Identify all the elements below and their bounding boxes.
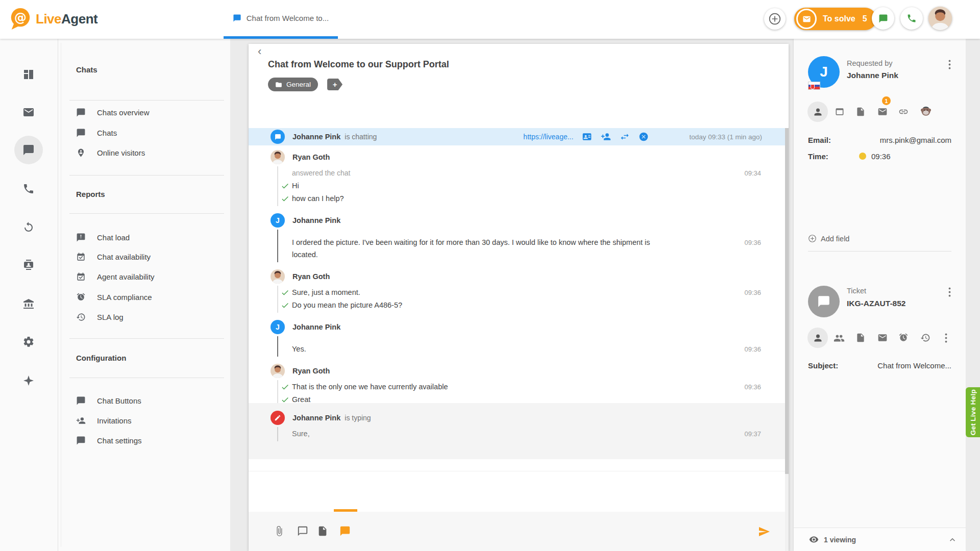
sidebar-item-sla-compliance[interactable]: SLA compliance [76,291,152,303]
sidebar-item-chat-buttons[interactable]: Chat Buttons [76,394,141,407]
chat-message-line: I ordered the picture. I've been waiting… [278,230,762,261]
sidebar-section-chats: Chats [76,65,97,74]
message-author: Johanne Pink [292,323,340,331]
chevron-up-icon[interactable] [947,535,958,545]
message-time: 09:36 [744,287,761,299]
chat-scrollbar-thumb[interactable] [785,128,789,474]
chat-message-line: Great [278,393,762,403]
sidebar-item-agent-availability[interactable]: Agent availability [76,270,155,283]
nav-addons-icon[interactable] [14,366,43,395]
sidebar-item-chats[interactable]: Chats [76,127,117,139]
subject-label: Subject: [808,361,838,370]
ticket-menu-icon[interactable] [945,286,954,298]
sidebar-item-invitations[interactable]: Invitations [76,414,132,427]
timezone-sun-icon [859,153,866,160]
send-button[interactable] [758,525,769,537]
calls-button[interactable] [900,7,923,30]
message-group: Ryan Goth That is the only one we have c… [249,359,785,403]
chat-alert-icon [76,233,86,242]
chat-start-time: today 09:33 (1 min ago) [689,133,762,141]
add-field-button[interactable]: Add field [808,234,849,243]
nav-chats-icon[interactable] [14,136,43,164]
sidebar-item-label: Agent availability [97,272,155,281]
ticket-tab-more-icon[interactable] [941,332,950,344]
agent-avatar [271,150,285,164]
ticket-tab-contact[interactable] [807,328,828,348]
internal-note-icon[interactable] [297,525,308,537]
reply-input[interactable] [249,459,785,512]
viewing-bar: 1 viewing [794,528,966,551]
ticket-label: Ticket [847,287,866,295]
time-value: 09:36 [871,152,891,161]
nav-calls-icon[interactable] [14,174,43,203]
typing-preview-line: Sure, 09:37 [278,428,762,440]
ticket-tab-sla-icon[interactable] [898,333,909,343]
sidebar-item-online-visitors[interactable]: Online visitors [76,146,145,159]
folder-icon [275,81,282,88]
chat-icon [76,436,86,445]
department-tag[interactable]: General [268,78,318,91]
chat-icon [76,128,86,138]
agent-avatar [271,269,285,284]
user-avatar[interactable] [928,7,952,30]
message-time: 09:36 [744,381,761,393]
nav-contacts-icon[interactable] [14,251,43,279]
mailchimp-icon[interactable] [919,105,933,118]
get-live-help-button[interactable]: Get Live Help [966,387,980,437]
message-time: 09:34 [744,167,761,180]
contact-tab-notes-icon[interactable] [855,107,866,117]
history-icon [76,312,86,322]
add-tag-button[interactable]: + [327,79,342,90]
invite-person-icon[interactable] [601,132,611,142]
transfer-chat-icon[interactable] [620,132,630,142]
ticket-tab-mail-icon[interactable] [877,333,888,343]
brand-agent: Agent [61,11,97,27]
end-chat-icon[interactable] [639,132,649,142]
contact-card-icon[interactable] [582,132,592,142]
svg-text:@: @ [14,11,27,25]
get-live-help-label: Get Live Help [969,389,977,435]
canned-message-icon[interactable] [317,525,328,537]
chat-message-line: Yes. 09:36 [278,337,762,356]
agent-avatar [271,364,285,378]
reply-toolbar [249,512,785,551]
sidebar-item-label: Chat availability [97,253,151,261]
add-ticket-button[interactable] [764,8,786,30]
alarm-icon [76,292,86,302]
back-button[interactable]: ‹ [258,45,261,58]
nav-sync-icon[interactable] [14,213,43,242]
ticket-tab-notes-icon[interactable] [855,333,866,343]
contact-menu-icon[interactable] [945,58,954,70]
sidebar-section-reports: Reports [76,190,105,199]
to-solve-label: To solve [823,14,855,23]
sidebar-item-chat-availability[interactable]: Chat availability [76,251,151,263]
chats-online-button[interactable] [872,7,894,30]
contact-tab-mail-icon[interactable] [877,107,888,117]
contact-tab-browser-icon[interactable] [835,107,845,117]
nav-dashboard-icon[interactable] [14,60,43,89]
ticket-tab-people-icon[interactable] [834,333,845,344]
sidebar-item-chat-settings[interactable]: Chat settings [76,434,142,446]
message-group: Ryan Goth Sure, just a moment. 09:36 Do … [249,265,785,315]
visitor-url-link[interactable]: https://liveage... [523,133,573,141]
attach-file-icon[interactable] [274,525,285,537]
ticket-panel: ‹ Chat from Welcome to our Support Porta… [249,44,789,551]
sidebar-item-sla-log[interactable]: SLA log [76,311,124,323]
to-solve-button[interactable]: To solve 5 [794,8,876,30]
nav-bank-icon[interactable] [14,289,43,318]
nav-mail-icon[interactable] [14,98,43,127]
sidebar-item-chat-load[interactable]: Chat load [76,231,130,243]
to-solve-mail-icon [796,9,817,29]
sidebar-item-chats-overview[interactable]: Chats overview [76,106,150,118]
ticket-tab-history-icon[interactable] [920,333,930,343]
delivered-check-icon [281,395,289,403]
divider [69,378,224,378]
contact-tab-profile[interactable] [807,102,828,122]
tab-chat-ticket[interactable]: Chat from Welcome to... [224,0,338,39]
contact-tab-link-icon[interactable] [898,107,909,117]
eye-icon [809,535,819,544]
message-author: Ryan Goth [292,153,330,161]
sidebar: Chats Chats overview Chats Online visito… [58,39,230,551]
nav-settings-icon[interactable] [14,328,43,356]
chat-reply-tab-icon[interactable] [339,525,351,537]
